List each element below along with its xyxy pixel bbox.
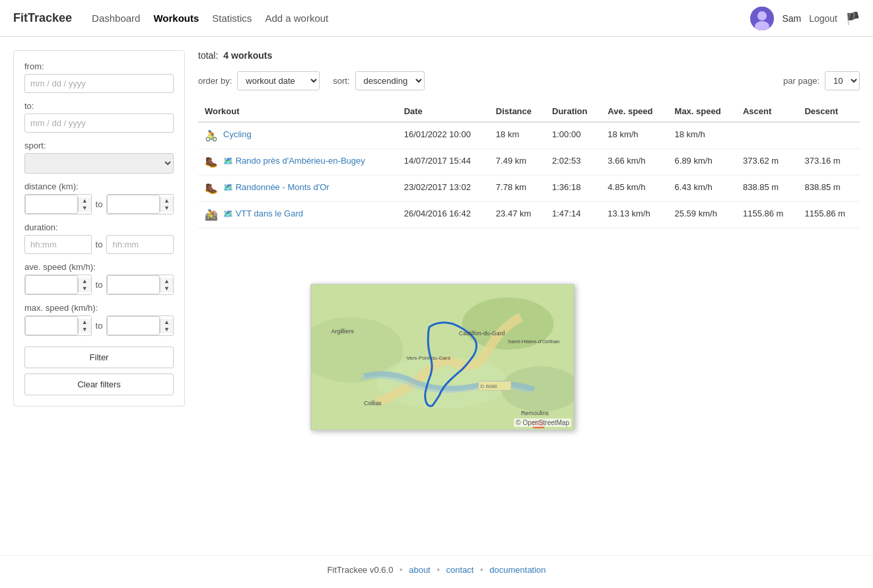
max-speed-min-input[interactable]: ▲ ▼ <box>24 315 92 336</box>
workout-cell: 🥾 🗺️ Rando près d'Ambérieu-en-Bugey <box>198 149 398 176</box>
workout-cell: 🚴 Cycling <box>198 122 398 149</box>
nav-workouts[interactable]: Workouts <box>153 13 199 24</box>
table-row[interactable]: 🥾 🗺️ Randonnée - Monts d'Or 23/02/2017 1… <box>198 176 860 202</box>
footer-brand: FitTrackee <box>327 565 367 575</box>
ave-speed-min-down[interactable]: ▼ <box>79 285 91 292</box>
footer-documentation[interactable]: documentation <box>489 565 545 575</box>
nav-statistics[interactable]: Statistics <box>212 13 252 24</box>
max-speed-max-field[interactable] <box>107 316 160 335</box>
hiking-icon: 🥾 <box>205 156 218 168</box>
footer-sep2: • <box>436 565 440 575</box>
distance-min-field[interactable] <box>25 195 78 214</box>
svg-text:Castillon-du-Gard: Castillon-du-Gard <box>459 330 505 337</box>
hiking-icon: 🥾 <box>205 182 218 195</box>
brand-logo[interactable]: FitTrackee <box>13 11 72 25</box>
col-ascent: Ascent <box>736 101 798 122</box>
ave-speed-label: ave. speed (km/h): <box>24 262 174 272</box>
duration-label: duration: <box>24 222 174 232</box>
descent-cell: 1155.86 m <box>798 202 860 228</box>
col-distance: Distance <box>489 101 545 122</box>
sort-group: sort: descending ascending <box>333 71 424 90</box>
max-speed-cell: 6.43 km/h <box>668 176 736 202</box>
distance-max-down[interactable]: ▼ <box>160 205 173 212</box>
workout-link[interactable]: Randonnée - Monts d'Or <box>236 182 330 192</box>
nav-logout[interactable]: Logout <box>809 13 837 24</box>
to-input[interactable] <box>24 114 174 133</box>
duration-range: to <box>24 235 174 254</box>
nav-right: Sam Logout 🏴 <box>750 7 860 30</box>
map-icon: 🗺️ <box>223 156 233 166</box>
ascent-cell: 1155.86 m <box>736 202 798 228</box>
filter-button[interactable]: Filter <box>24 346 174 368</box>
workout-link[interactable]: VTT dans le Gard <box>236 209 303 218</box>
duration-cell: 1:00:00 <box>545 122 601 149</box>
table-row[interactable]: 🚵 🗺️ VTT dans le Gard 26/04/2016 16:4223… <box>198 202 860 228</box>
max-speed-min-up[interactable]: ▲ <box>79 319 91 326</box>
max-speed-max-input[interactable]: ▲ ▼ <box>106 315 174 336</box>
workout-link[interactable]: Rando près d'Ambérieu-en-Bugey <box>236 156 365 166</box>
svg-text:Remoulins: Remoulins <box>521 410 549 416</box>
controls-bar: order by: workout date distance duration… <box>198 71 860 90</box>
nav-extra-icon[interactable]: 🏴 <box>845 11 860 26</box>
ascent-cell: 373.62 m <box>736 149 798 176</box>
ave-speed-max-field[interactable] <box>107 275 160 294</box>
footer-about[interactable]: about <box>409 565 431 575</box>
nav-add-workout[interactable]: Add a workout <box>265 13 328 24</box>
sport-select[interactable]: Cycling Hiking Mountain Biking Running <box>24 153 174 174</box>
total-value: 4 workouts <box>223 50 272 61</box>
max-speed-min-field[interactable] <box>25 316 78 335</box>
svg-text:D 6086: D 6086 <box>480 383 497 389</box>
footer-contact[interactable]: contact <box>446 565 474 575</box>
distance-cell: 18 km <box>489 122 545 149</box>
duration-to-sep: to <box>96 240 103 249</box>
ave-speed-max-down[interactable]: ▼ <box>160 285 173 292</box>
max-speed-min-down[interactable]: ▼ <box>79 326 91 333</box>
workout-link[interactable]: Cycling <box>223 129 252 139</box>
order-by-group: order by: workout date distance duration… <box>198 71 320 90</box>
ave-speed-min-input[interactable]: ▲ ▼ <box>24 275 92 295</box>
page-content: from: to: sport: Cycling Hiking Mountain… <box>0 37 873 555</box>
distance-min-input[interactable]: ▲ ▼ <box>24 194 92 214</box>
distance-max-field[interactable] <box>107 195 160 214</box>
col-ave-speed: Ave. speed <box>601 101 668 122</box>
map-popup[interactable]: Argilliers Collias Vers-Pont-du-Gard Cas… <box>310 284 575 430</box>
ave-speed-cell: 3.66 km/h <box>601 149 668 176</box>
col-date: Date <box>398 101 489 122</box>
max-speed-cell: 18 km/h <box>668 122 736 149</box>
sort-select[interactable]: descending ascending <box>355 71 425 90</box>
table-row[interactable]: 🚴 Cycling 16/01/2022 10:0018 km1:00:0018… <box>198 122 860 149</box>
sport-label: sport: <box>24 141 174 150</box>
to-label: to: <box>24 101 174 111</box>
svg-text:Vers-Pont-du-Gard: Vers-Pont-du-Gard <box>406 355 450 361</box>
order-by-select[interactable]: workout date distance duration average s… <box>237 71 320 90</box>
max-speed-max-up[interactable]: ▲ <box>160 319 173 326</box>
ave-speed-max-input[interactable]: ▲ ▼ <box>106 275 174 295</box>
nav-links: Dashboard Workouts Statistics Add a work… <box>92 13 750 24</box>
per-page-select[interactable]: 5 10 20 50 <box>825 71 860 90</box>
date-cell: 14/07/2017 15:44 <box>398 149 489 176</box>
footer-sep1: • <box>400 565 403 575</box>
distance-max-up[interactable]: ▲ <box>160 197 173 205</box>
from-input[interactable] <box>24 74 174 93</box>
ave-speed-min-up[interactable]: ▲ <box>79 278 91 285</box>
duration-max-input[interactable] <box>106 235 174 254</box>
per-page-label: par page: <box>783 76 820 86</box>
distance-min-down[interactable]: ▼ <box>79 205 91 212</box>
ave-speed-max-up[interactable]: ▲ <box>160 278 173 285</box>
table-row[interactable]: 🥾 🗺️ Rando près d'Ambérieu-en-Bugey 14/0… <box>198 149 860 176</box>
avatar[interactable] <box>750 7 774 30</box>
clear-filters-button[interactable]: Clear filters <box>24 374 174 395</box>
ascent-cell <box>736 122 798 149</box>
nav-dashboard[interactable]: Dashboard <box>92 13 140 24</box>
ave-speed-min-field[interactable] <box>25 275 78 294</box>
svg-point-1 <box>757 11 767 20</box>
map-icon: 🗺️ <box>223 209 233 218</box>
distance-min-up[interactable]: ▲ <box>79 197 91 205</box>
max-speed-max-down[interactable]: ▼ <box>160 326 173 333</box>
workouts-tbody: 🚴 Cycling 16/01/2022 10:0018 km1:00:0018… <box>198 122 860 228</box>
distance-to-sep: to <box>96 199 103 209</box>
col-workout: Workout <box>198 101 398 122</box>
distance-max-input[interactable]: ▲ ▼ <box>106 194 174 214</box>
duration-min-input[interactable] <box>24 235 92 254</box>
workouts-table: Workout Date Distance Duration Ave. spee… <box>198 101 860 228</box>
